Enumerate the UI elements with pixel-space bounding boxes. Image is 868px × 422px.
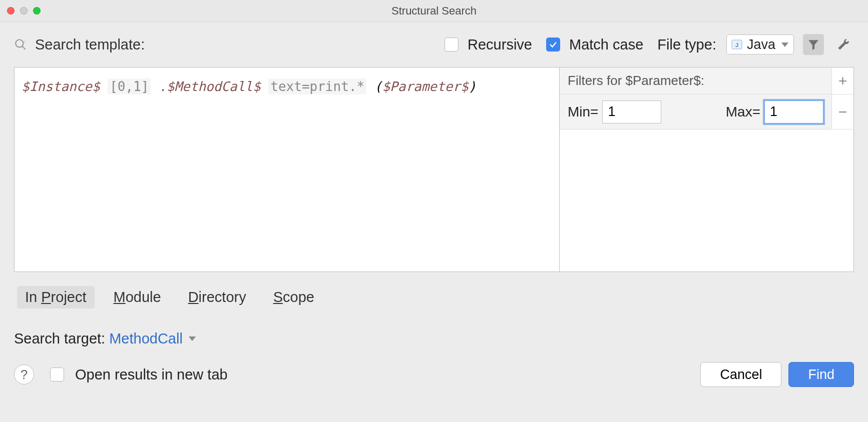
recursive-checkbox[interactable] xyxy=(445,38,459,52)
remove-filter-button[interactable]: − xyxy=(832,94,853,130)
scope-tabs: In Project Module Directory Scope xyxy=(0,272,868,308)
help-button[interactable]: ? xyxy=(14,364,34,384)
window-controls xyxy=(7,7,41,14)
add-filter-button[interactable]: + xyxy=(832,68,853,94)
max-input[interactable] xyxy=(764,100,823,124)
scope-tab-module[interactable]: Module xyxy=(106,286,169,308)
scope-tab-in-project[interactable]: In Project xyxy=(17,286,95,308)
window-title: Structural Search xyxy=(391,4,477,18)
svg-line-1 xyxy=(22,46,26,50)
search-icon xyxy=(14,38,27,51)
wrench-icon xyxy=(836,38,850,52)
file-type-label: File type: xyxy=(657,36,716,53)
file-type-value: Java xyxy=(747,37,775,52)
filters-heading: Filters for $Parameter$: xyxy=(560,68,831,94)
search-target-row: Search target: MethodCall xyxy=(0,308,868,347)
java-file-icon: J xyxy=(731,38,743,50)
lparen: ( xyxy=(374,79,382,94)
main-content: $Instance$ [0,1] .$MethodCall$ text=prin… xyxy=(0,67,868,272)
file-type-dropdown[interactable]: J Java xyxy=(726,34,794,54)
scope-tab-scope[interactable]: Scope xyxy=(265,286,322,308)
search-template-label: Search template: xyxy=(35,36,145,53)
var-parameter: $Parameter$ xyxy=(382,79,468,94)
max-label: Max= xyxy=(726,104,760,120)
match-case-checkbox[interactable] xyxy=(546,38,560,52)
match-case-label: Match case xyxy=(569,36,643,53)
scope-tab-directory[interactable]: Directory xyxy=(180,286,254,308)
title-bar: Structural Search xyxy=(0,0,868,22)
find-button[interactable]: Find xyxy=(788,362,854,387)
close-window-button[interactable] xyxy=(7,7,15,14)
template-code: $Instance$ [0,1] .$MethodCall$ text=prin… xyxy=(22,76,552,98)
recursive-label: Recursive xyxy=(468,36,532,53)
search-target-label: Search target: xyxy=(14,330,105,347)
min-label: Min= xyxy=(568,104,598,120)
svg-point-0 xyxy=(16,40,23,47)
svg-text:J: J xyxy=(735,42,738,48)
method-regex-hint: text=print.* xyxy=(268,78,366,94)
dot: . xyxy=(159,79,167,94)
count-filter-row: Min= Max= xyxy=(560,94,831,130)
funnel-icon xyxy=(807,38,820,51)
min-input[interactable] xyxy=(602,100,661,124)
footer: ? Open results in new tab Cancel Find xyxy=(0,347,868,401)
open-new-tab-label: Open results in new tab xyxy=(75,366,228,383)
chevron-down-icon xyxy=(189,336,196,341)
open-new-tab-checkbox[interactable] xyxy=(50,368,64,382)
instance-count-hint: [0,1] xyxy=(108,78,151,94)
var-instance: $Instance$ xyxy=(22,79,100,94)
filters-side-buttons: + − xyxy=(831,68,853,130)
filter-toggle-button[interactable] xyxy=(803,34,824,55)
filters-panel: Filters for $Parameter$: Min= Max= + − xyxy=(560,67,854,272)
cancel-button[interactable]: Cancel xyxy=(700,362,781,387)
zoom-window-button[interactable] xyxy=(33,7,41,14)
var-method: $MethodCall$ xyxy=(167,79,261,94)
search-target-dropdown[interactable]: MethodCall xyxy=(109,330,196,347)
search-target-value: MethodCall xyxy=(109,330,183,347)
template-editor[interactable]: $Instance$ [0,1] .$MethodCall$ text=prin… xyxy=(14,67,560,272)
tools-button[interactable] xyxy=(833,34,854,55)
chevron-down-icon xyxy=(781,42,788,47)
toolbar: Search template: Recursive Match case Fi… xyxy=(0,22,868,67)
minimize-window-button[interactable] xyxy=(20,7,28,14)
rparen: ) xyxy=(469,79,477,94)
